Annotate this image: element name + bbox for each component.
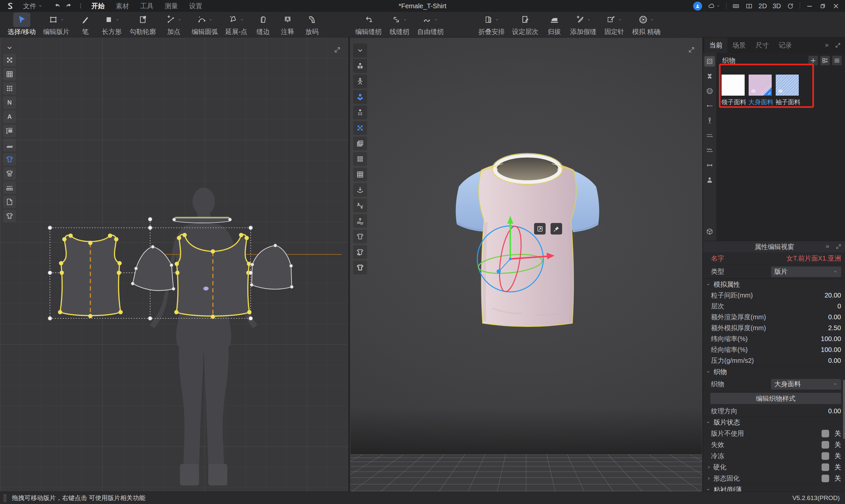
tool-edit-pattern[interactable]: 编辑版片 <box>40 12 72 38</box>
dropdown-caret-icon[interactable] <box>403 17 407 22</box>
fabric-dropdown[interactable]: 大身面料 <box>771 379 841 390</box>
tool-edit-sewing[interactable]: 编辑缝纫 <box>353 12 384 38</box>
collar-pattern-piece[interactable] <box>173 217 232 223</box>
view-tool-show-pattern-texture[interactable] <box>353 137 367 150</box>
section-pattern-state[interactable]: 版片状态 <box>703 417 845 428</box>
dropdown-caret-icon[interactable] <box>650 17 654 22</box>
view-2d[interactable]: 2D <box>758 2 767 10</box>
close-icon[interactable] <box>832 2 840 10</box>
expand-2d-panel-icon[interactable] <box>334 46 341 53</box>
file-menu[interactable]: 文件 <box>20 0 46 12</box>
view-tool-show-annotation-n[interactable]: N <box>3 96 16 109</box>
view-tool-pressure-map[interactable] <box>353 183 367 197</box>
view-tool-show-garment-2d[interactable] <box>3 153 16 166</box>
menu-start[interactable]: 开始 <box>86 0 110 12</box>
tool-rectangle[interactable]: 长方形 <box>99 12 125 38</box>
library-zipper-library[interactable] <box>704 115 715 126</box>
view-tool-ruler[interactable] <box>3 139 16 151</box>
weft-shrinkage-value[interactable]: 100.00 <box>821 335 841 343</box>
deactivate-toggle[interactable] <box>822 441 829 449</box>
shape-retention-toggle[interactable] <box>822 475 829 482</box>
view-tool-fit-map[interactable] <box>353 214 367 228</box>
tool-add-point[interactable]: 加点 <box>161 12 187 38</box>
freeze-toggle[interactable] <box>822 452 829 460</box>
keyboard-icon[interactable] <box>732 2 740 10</box>
section-fusing-skiving[interactable]: 粘衬/削薄 <box>703 484 845 491</box>
scrollbar-thumb[interactable] <box>843 380 845 439</box>
view-tool-sync-garment[interactable] <box>3 167 16 180</box>
library-avatar-library[interactable] <box>704 175 715 185</box>
gizmo-pin-button[interactable] <box>550 223 562 235</box>
add-fabric-button[interactable] <box>808 56 818 65</box>
collapse-panel-icon[interactable] <box>825 244 831 250</box>
tab-record[interactable]: 记录 <box>774 38 797 53</box>
collapse-panel-icon[interactable] <box>824 42 830 49</box>
menu-measure[interactable]: 测量 <box>159 0 183 12</box>
library-pin-library[interactable] <box>704 101 715 111</box>
list-view-button[interactable] <box>832 56 842 65</box>
dropdown-caret-icon[interactable] <box>208 17 213 22</box>
library-scene-library[interactable] <box>704 226 715 237</box>
cloud-sync[interactable] <box>708 2 721 10</box>
particle-distance-value[interactable]: 20.00 <box>825 292 841 299</box>
view-tool-show-bones[interactable] <box>353 74 367 88</box>
view-tool-thick-garment[interactable] <box>353 260 367 274</box>
chevron-right-icon[interactable] <box>706 476 711 481</box>
split-icon[interactable] <box>745 2 753 10</box>
redo-icon[interactable] <box>65 2 73 10</box>
warp-shrinkage-value[interactable]: 100.00 <box>821 346 841 354</box>
restore-icon[interactable] <box>819 2 827 10</box>
tool-grading[interactable]: 放码 <box>301 12 323 38</box>
view-tool-pattern-texture[interactable] <box>3 54 16 66</box>
expand-panel-icon[interactable] <box>835 42 841 49</box>
dropdown-caret-icon[interactable] <box>434 17 438 22</box>
menu-material[interactable]: 素材 <box>110 0 135 12</box>
tool-annotation[interactable]: 注释 <box>276 12 299 38</box>
more-actions-icon[interactable] <box>77 3 84 9</box>
dropdown-caret-icon[interactable] <box>115 17 120 22</box>
view-tool-pattern-notes[interactable] <box>3 196 16 208</box>
section-simulation-properties[interactable]: 模拟属性 <box>703 279 845 290</box>
tool-simulate[interactable]: 模拟 精确 <box>630 12 663 38</box>
library-bow-library[interactable] <box>704 160 715 170</box>
fabric-swatch-collar-fabric[interactable]: 领子面料 <box>721 74 745 107</box>
section-fabric-section[interactable]: 织物 <box>703 366 845 377</box>
type-dropdown[interactable]: 版片 <box>771 267 841 277</box>
tab-size[interactable]: 尺寸 <box>751 38 774 53</box>
dropdown-caret-icon[interactable] <box>495 17 499 22</box>
pattern-unused-toggle[interactable] <box>822 430 829 437</box>
layer-value[interactable]: 0 <box>838 303 841 310</box>
view-tool-measure-box[interactable] <box>3 125 16 137</box>
tool-iron[interactable]: 归拔 <box>543 12 565 38</box>
pressure-value[interactable]: 0.00 <box>828 357 841 364</box>
tool-edit-arc[interactable]: 编辑圆弧 <box>189 12 221 38</box>
tool-extend-point[interactable]: 延展-点 <box>223 12 250 38</box>
tool-add-basting[interactable]: 添加假缝 <box>567 12 599 38</box>
tool-seam-allowance[interactable]: 缝边 <box>252 12 274 38</box>
texture-direction-value[interactable]: 0.00 <box>828 407 841 415</box>
dropdown-caret-icon[interactable] <box>60 17 64 22</box>
view-tool-garment-simulate[interactable] <box>353 245 367 259</box>
dropdown-caret-icon[interactable] <box>618 17 622 22</box>
library-shirring-library[interactable] <box>704 145 715 156</box>
tool-set-layer[interactable]: 设定层次 <box>509 12 541 38</box>
dropdown-caret-icon[interactable] <box>586 17 591 22</box>
chevron-right-icon[interactable] <box>706 465 711 470</box>
fabric-swatch-sleeve-fabric[interactable]: 袖子面料 <box>775 74 799 107</box>
user-avatar[interactable] <box>693 2 702 11</box>
expand-panel-icon[interactable] <box>835 244 842 250</box>
tool-select-move[interactable]: 选择/移动 <box>5 12 39 38</box>
extra-sim-thickness-value[interactable]: 2.50 <box>828 324 841 332</box>
view-tool-strain-map[interactable] <box>353 199 367 212</box>
extra-render-thickness-value[interactable]: 0.00 <box>828 313 841 321</box>
view-3d[interactable]: 3D <box>772 2 781 10</box>
tool-free-sewing[interactable]: 自由缝纫 <box>415 12 446 38</box>
view-tool-show-garment-3d[interactable] <box>353 230 367 244</box>
sleeve-pattern-piece-left[interactable] <box>131 245 175 291</box>
menu-settings[interactable]: 设置 <box>183 0 208 12</box>
edit-fabric-style-button[interactable]: 编辑织物样式 <box>710 393 841 404</box>
sleeve-pattern-piece-right[interactable] <box>250 244 293 289</box>
name-value[interactable]: 女T.前片面X1.亚洲 <box>786 254 841 263</box>
view-tool-grid-wire-3d[interactable] <box>353 167 367 181</box>
view-tool-grid-wire[interactable] <box>3 68 16 80</box>
